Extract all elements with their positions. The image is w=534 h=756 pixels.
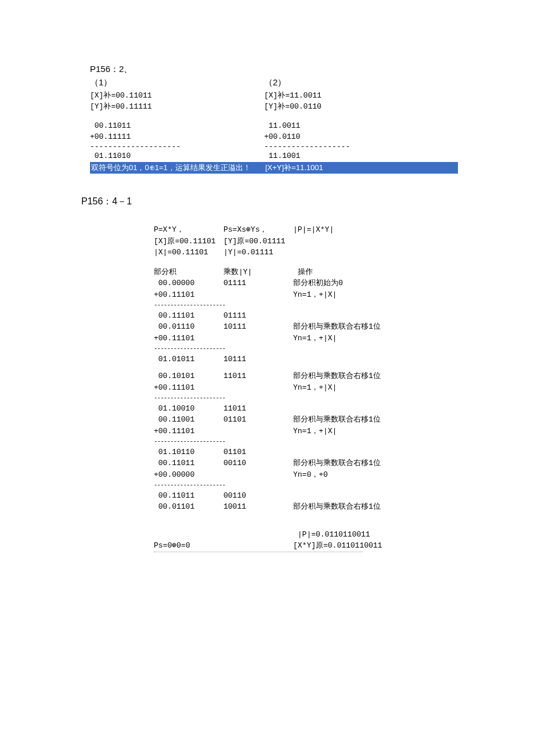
problem-2: （2） [X]补=11.0011 [Y]补=00.0110 11.0011 +0… xyxy=(264,77,456,162)
mult-row: +00.11101Yn=1，+|X| xyxy=(154,289,464,301)
document-page: P156：2、 （1） [X]补=00.11011 [Y]补=00.11111 … xyxy=(0,0,534,575)
mult-row: 01.1011001101 xyxy=(154,447,464,458)
mult-cell: 11011 xyxy=(223,403,293,415)
mult-cell: 00110 xyxy=(223,490,293,502)
mult-row: +00.00000Yn=0，+0 xyxy=(154,469,464,481)
mult-row: 00.1101100110部分积与乘数联合右移1位 xyxy=(154,458,464,469)
section2-title: P156：4－1 xyxy=(81,196,464,208)
mult-cell: 01.10110 xyxy=(154,447,223,458)
mult-cell: 10111 xyxy=(223,354,293,365)
mult-cell: Yn=1，+|X| xyxy=(293,382,337,394)
spacer xyxy=(154,513,464,529)
mult-cell: 部分积与乘数联合右移1位 xyxy=(293,501,381,513)
mult-cell: 00110 xyxy=(223,458,293,469)
mult-cell: 00.11011 xyxy=(154,490,223,502)
mult-cell: 00.01110 xyxy=(154,321,223,333)
mult-cell: Yn=1，+|X| xyxy=(293,289,337,301)
mult-row: +00.11101Yn=1，+|X| xyxy=(154,333,464,344)
spacer xyxy=(154,365,464,370)
p1-x: [X]补=00.11011 xyxy=(90,91,264,102)
mult-cell: Yn=1，+|X| xyxy=(293,333,337,344)
mult-cell: 01.01011 xyxy=(154,354,223,365)
mult-cell: 00.11011 xyxy=(154,458,223,469)
mult-table-header: 部分积 乘数|Y| 操作 xyxy=(154,267,464,278)
mult-rows-container: 00.0000001111部分积初始为0+00.11101Yn=1，+|X|--… xyxy=(154,278,464,513)
mult-row: 00.0111010111部分积与乘数联合右移1位 xyxy=(154,321,464,333)
mult-cell xyxy=(223,382,293,394)
th-c2: 乘数|Y| xyxy=(223,267,293,278)
row-separator: ---------------------- xyxy=(154,344,464,354)
mult-header-3: |X|=00.11101 |Y|=0.01111 xyxy=(154,247,464,258)
mult-cell: 01111 xyxy=(223,310,293,322)
spacer xyxy=(264,113,456,121)
mult-cell: 部分积与乘数联合右移1位 xyxy=(293,458,381,469)
mult-cell: 00.11001 xyxy=(154,414,223,426)
mult-row: 00.0000001111部分积初始为0 xyxy=(154,278,464,289)
final-row-2: Ps=0⊕0=0 [X*Y]原=0.0110110011 xyxy=(154,540,464,552)
hdr-c2c: |Y|=0.01111 xyxy=(223,247,293,258)
mult-cell: 01111 xyxy=(223,278,293,289)
row-separator: ---------------------- xyxy=(154,480,464,490)
mult-cell: 部分积与乘数联合右移1位 xyxy=(293,321,381,333)
p2-sep: ------------------- xyxy=(264,142,456,151)
hdr-c1a: P=X*Y， xyxy=(154,224,223,236)
mult-cell: +00.11101 xyxy=(154,426,223,437)
mult-cell: 01101 xyxy=(223,447,293,458)
multiplication-block: P=X*Y， Ps=Xs⊕Ys， |P|=|X*Y| [X]原=00.11101… xyxy=(154,224,464,552)
section1-columns: （1） [X]补=00.11011 [Y]补=00.11111 00.11011… xyxy=(90,77,464,162)
mult-header-2: [X]原=00.11101 [Y]原=00.01111 xyxy=(154,236,464,247)
mult-cell: 部分积初始为0 xyxy=(293,278,343,289)
p1-note: 双符号位为01，0⊕1=1，运算结果发生正溢出！ xyxy=(91,163,265,173)
spacer xyxy=(154,258,464,267)
p2-x: [X]补=11.0011 xyxy=(264,91,456,102)
final-row-1: |P|=0.0110110011 xyxy=(154,529,464,541)
mult-row: 00.1110101111 xyxy=(154,310,464,322)
mult-cell xyxy=(223,469,293,481)
p2-a: 11.0011 xyxy=(264,121,456,132)
p1-label: （1） xyxy=(90,77,264,88)
highlight-row: 双符号位为01，0⊕1=1，运算结果发生正溢出！ [X+Y]补=11.1001 xyxy=(90,162,458,174)
p2-label: （2） xyxy=(264,77,456,88)
blank xyxy=(223,529,293,541)
mult-cell: +00.11101 xyxy=(154,382,223,394)
mult-row: 01.0101110111 xyxy=(154,354,464,365)
row-separator: ---------------------- xyxy=(154,300,464,310)
mult-row: 01.1001011011 xyxy=(154,403,464,415)
p1-b: +00.11111 xyxy=(90,132,264,143)
mult-cell: +00.00000 xyxy=(154,469,223,481)
mult-cell: 00.00000 xyxy=(154,278,223,289)
hdr-c3a: |P|=|X*Y| xyxy=(293,224,334,236)
hdr-c2b: [Y]原=00.01111 xyxy=(223,236,293,247)
th-c3: 操作 xyxy=(293,267,313,278)
mult-cell: 部分积与乘数联合右移1位 xyxy=(293,414,381,426)
section1-title: P156：2、 xyxy=(90,64,464,75)
final-separator xyxy=(154,552,363,552)
final-p1: |P|=0.0110110011 xyxy=(293,529,370,541)
mult-cell: Yn=1，+|X| xyxy=(293,426,337,437)
hdr-c2a: Ps=Xs⊕Ys， xyxy=(223,224,293,236)
mult-header-1: P=X*Y， Ps=Xs⊕Ys， |P|=|X*Y| xyxy=(154,224,464,236)
final-ps: Ps=0⊕0=0 xyxy=(154,540,223,552)
mult-row: 00.1010111011部分积与乘数联合右移1位 xyxy=(154,370,464,382)
mult-row: 00.1101100110 xyxy=(154,490,464,502)
row-separator: ---------------------- xyxy=(154,437,464,447)
blank xyxy=(223,540,293,552)
mult-cell: 部分积与乘数联合右移1位 xyxy=(293,370,381,382)
mult-cell: 00.11101 xyxy=(154,310,223,322)
p1-a: 00.11011 xyxy=(90,121,264,132)
mult-cell: Yn=0，+0 xyxy=(293,469,328,481)
mult-cell: +00.11101 xyxy=(154,289,223,301)
mult-cell: 10011 xyxy=(223,501,293,513)
mult-cell: 10111 xyxy=(223,321,293,333)
mult-cell: 01.10010 xyxy=(154,403,223,415)
mult-row: +00.11101Yn=1，+|X| xyxy=(154,382,464,394)
final-p2: [X*Y]原=0.0110110011 xyxy=(293,540,382,552)
mult-cell: 01101 xyxy=(223,414,293,426)
p1-sep: -------------------- xyxy=(90,142,264,151)
p2-y: [Y]补=00.0110 xyxy=(264,102,456,113)
mult-cell: 00.10101 xyxy=(154,370,223,382)
spacer xyxy=(90,113,264,121)
p1-y: [Y]补=00.11111 xyxy=(90,102,264,113)
mult-cell xyxy=(223,289,293,301)
p2-note: [X+Y]补=11.1001 xyxy=(265,163,323,173)
